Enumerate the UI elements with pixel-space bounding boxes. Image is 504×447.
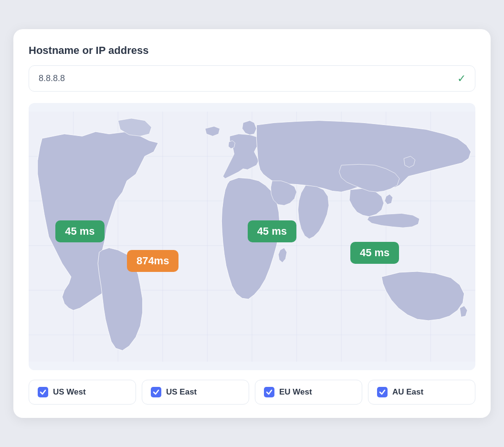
- ping-badge-us-east: 874ms: [127, 250, 179, 272]
- region-btn-eu-west[interactable]: EU West: [255, 380, 362, 405]
- valid-check-icon: ✓: [457, 73, 466, 85]
- region-checkbox-au-east: [377, 387, 388, 397]
- page-title: Hostname or IP address: [29, 44, 475, 57]
- region-checkbox-us-west: [38, 387, 48, 397]
- region-btn-us-east[interactable]: US East: [142, 380, 249, 405]
- ip-input-wrapper: ✓: [29, 65, 475, 92]
- main-card: Hostname or IP address ✓: [13, 29, 491, 418]
- map-container: 45 ms874ms45 ms45 ms: [29, 103, 475, 370]
- ping-badge-us-west: 45 ms: [55, 220, 104, 242]
- region-label-us-east: US East: [166, 387, 197, 397]
- region-label-au-east: AU East: [392, 387, 423, 397]
- region-checkbox-eu-west: [264, 387, 274, 397]
- ping-badge-eu-west: 45 ms: [248, 220, 296, 242]
- region-label-us-west: US West: [53, 387, 86, 397]
- region-btn-au-east[interactable]: AU East: [368, 380, 475, 405]
- region-label-eu-west: EU West: [279, 387, 312, 397]
- regions-row: US WestUS EastEU WestAU East: [29, 380, 475, 405]
- ip-input[interactable]: [29, 65, 475, 92]
- region-checkbox-us-east: [151, 387, 161, 397]
- region-btn-us-west[interactable]: US West: [29, 380, 136, 405]
- ping-badge-au-east: 45 ms: [350, 242, 399, 264]
